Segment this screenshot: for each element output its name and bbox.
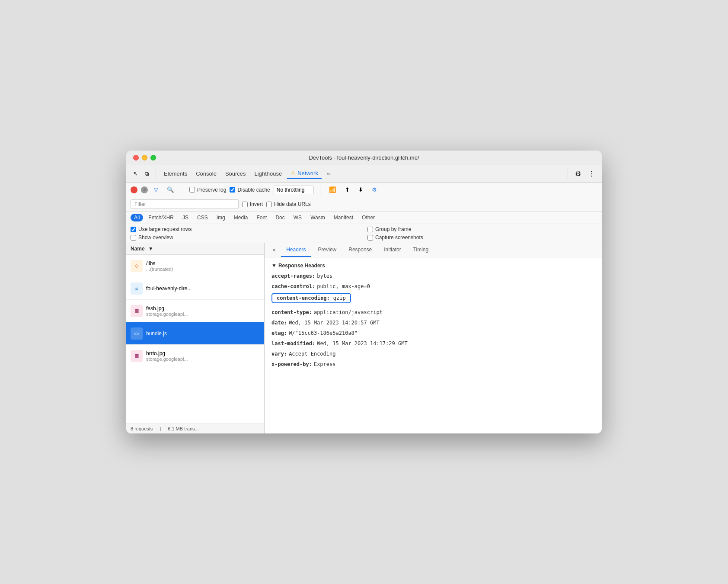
file-list-item[interactable]: ◇ /libs ...(truncated) [126,255,264,277]
filter-type-media[interactable]: Media [230,214,252,221]
tab-console[interactable]: Console [192,169,220,179]
warning-icon: ⚠ [291,170,296,176]
use-large-rows-label[interactable]: Use large request rows [131,226,361,232]
wifi-icon-button[interactable]: 📶 [326,185,339,195]
upload-button[interactable]: ⬆ [342,185,352,195]
disable-cache-checkbox[interactable] [230,187,235,193]
invert-label[interactable]: Invert [242,201,263,207]
use-large-rows-checkbox[interactable] [131,227,136,232]
header-key: content-encoding: [277,295,330,301]
options-right: Group by frame Capture screenshots [367,226,597,241]
cursor-tool-button[interactable]: ↖ [131,169,140,179]
file-info: foul-heavenly-dire... [146,286,260,292]
header-row: accept-ranges: bytes [271,272,595,280]
search-button[interactable]: 🔍 [164,186,177,194]
tab-network[interactable]: ⚠ Network [287,168,322,179]
tab-lighthouse[interactable]: Lighthouse [251,169,286,179]
file-items-container: ◇ /libs ...(truncated) ≡ foul-heavenly-d… [126,255,264,367]
record-button[interactable] [131,186,137,193]
minimize-button[interactable] [142,155,147,160]
file-list: Name ▼ ◇ /libs ...(truncated) ≡ foul-hea… [126,243,265,433]
file-list-header: Name ▼ [126,243,264,255]
header-key: last-modified: [271,340,315,347]
controls-sep-1 [183,185,183,195]
header-row: x-powered-by: Express [271,360,595,368]
header-row: vary: Accept-Encoding [271,350,595,358]
file-info: brrto.jpg storage.googleapi... [146,350,260,362]
file-url: storage.googleapi... [146,311,260,317]
header-key: content-type: [271,308,312,316]
filter-type-ws[interactable]: WS [290,214,305,221]
header-key: accept-ranges: [271,272,315,280]
file-list-item[interactable]: ≡ foul-heavenly-dire... [126,277,264,300]
tab-sources[interactable]: Sources [222,169,249,179]
more-tabs-button[interactable]: » [323,169,333,179]
filter-type-wasm[interactable]: Wasm [307,214,329,221]
filter-type-other[interactable]: Other [358,214,378,221]
filter-type-doc[interactable]: Doc [272,214,288,221]
network-settings-button[interactable]: ⚙ [369,185,380,195]
window-title: DevTools - foul-heavenly-direction.glitc… [309,154,419,161]
separator: | [160,426,161,431]
filter-type-all[interactable]: All [131,214,143,221]
layers-button[interactable]: ⧉ [142,169,151,179]
download-button[interactable]: ⬇ [356,185,366,195]
tab-headers[interactable]: Headers [281,243,311,257]
filter-type-css[interactable]: CSS [194,214,211,221]
detail-panel: × Headers Preview Response Initiator Tim… [265,243,602,433]
file-name: bundle.js [146,331,260,337]
layers-icon: ⧉ [145,170,149,177]
show-overview-label[interactable]: Show overview [131,234,361,241]
file-info: /libs ...(truncated) [146,260,260,272]
tab-timing[interactable]: Timing [408,243,434,257]
capture-screenshots-checkbox[interactable] [367,235,373,241]
filter-type-manifest[interactable]: Manifest [330,214,357,221]
settings-button[interactable]: ⚙ [572,168,584,180]
download-icon: ⬇ [358,186,363,193]
filter-type-font[interactable]: Font [253,214,270,221]
tab-initiator[interactable]: Initiator [379,243,406,257]
filter-button[interactable]: ▽ [151,186,161,194]
invert-checkbox[interactable] [242,202,248,207]
preserve-log-checkbox[interactable] [189,187,195,193]
filter-type-fetch-xhr[interactable]: Fetch/XHR [145,214,177,221]
tab-elements[interactable]: Elements [160,169,191,179]
file-list-item[interactable]: ▦ fesh.jpg storage.googleapi... [126,300,264,322]
group-by-frame-checkbox[interactable] [367,227,373,232]
file-icon: ▦ [131,350,143,362]
throttling-select[interactable]: No throttling [274,186,314,194]
hide-data-urls-checkbox[interactable] [266,202,272,207]
toolbar-separator-1 [156,169,156,179]
main-toolbar: ↖ ⧉ Elements Console Sources Lighthouse … [126,165,602,183]
devtools-window: DevTools - foul-heavenly-direction.glitc… [126,151,602,433]
filter-row: Invert Hide data URLs [126,197,602,212]
close-button[interactable] [133,155,139,160]
disable-cache-label[interactable]: Disable cache [230,187,270,193]
file-list-item[interactable]: <> bundle.js [126,322,264,345]
status-bar: 8 requests | 6.1 MB trans... [126,424,264,433]
capture-screenshots-label[interactable]: Capture screenshots [367,234,597,241]
options-row: Use large request rows Show overview Gro… [126,224,602,243]
header-value: Wed, 15 Mar 2023 14:17:29 GMT [317,340,408,347]
hide-data-urls-label[interactable]: Hide data URLs [266,201,311,207]
filter-types-bar: AllFetch/XHRJSCSSImgMediaFontDocWSWasmMa… [126,212,602,224]
file-icon: <> [131,327,143,340]
menu-button[interactable]: ⋮ [585,168,597,180]
maximize-button[interactable] [150,155,156,160]
filter-type-js[interactable]: JS [179,214,192,221]
stop-button[interactable]: ⊘ [141,186,148,193]
controls-bar: ⊘ ▽ 🔍 Preserve log Disable cache No thro… [126,183,602,197]
file-icon: ◇ [131,260,143,272]
header-value: W/"15cc63-186e5a210a8" [289,329,358,337]
header-key: date: [271,319,287,327]
header-value: bytes [317,272,332,280]
tab-response[interactable]: Response [343,243,377,257]
group-by-frame-label[interactable]: Group by frame [367,226,597,232]
preserve-log-label[interactable]: Preserve log [189,187,226,193]
tab-preview[interactable]: Preview [313,243,342,257]
filter-input[interactable] [131,199,239,209]
close-detail-button[interactable]: × [269,245,279,255]
show-overview-checkbox[interactable] [131,235,136,241]
file-list-item[interactable]: ▦ brrto.jpg storage.googleapi... [126,345,264,367]
filter-type-img[interactable]: Img [213,214,229,221]
